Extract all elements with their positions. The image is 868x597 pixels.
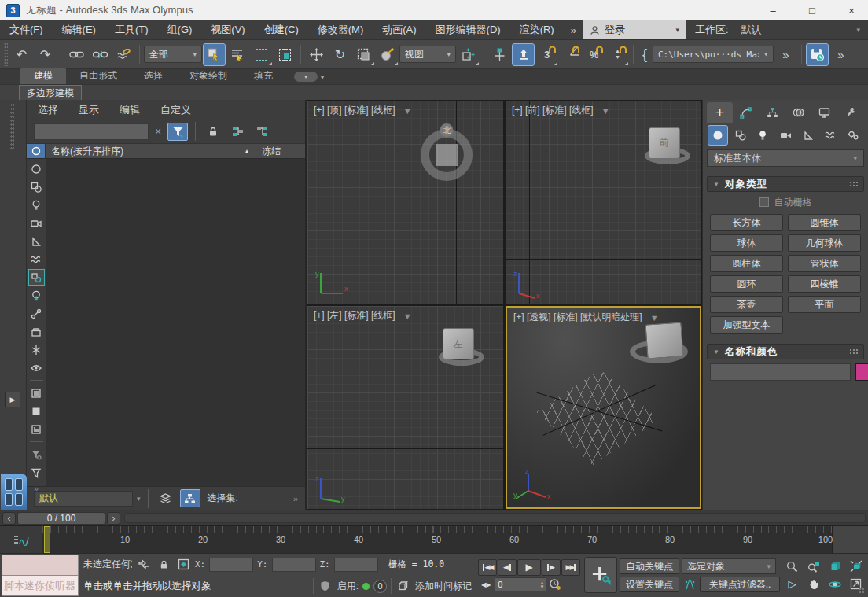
menu-group[interactable]: 组(G): [158, 20, 202, 39]
display-none-button[interactable]: [28, 160, 45, 177]
add-time-tag[interactable]: 添加时间标记: [415, 580, 472, 593]
toolbar-grip[interactable]: [4, 42, 8, 66]
key-filters-icon[interactable]: [682, 577, 697, 592]
viewport-left[interactable]: [+] [左] [标准] [线框]▼ 左 yz: [307, 306, 503, 509]
adaptive-degradation-shield-icon[interactable]: [318, 579, 333, 594]
textplus-button[interactable]: 加强型文本: [710, 316, 783, 334]
footer-overflow-icon[interactable]: »: [293, 494, 298, 503]
display-shapes-button[interactable]: [28, 179, 45, 195]
dock-grip[interactable]: [10, 103, 14, 150]
display-helpers-button[interactable]: [28, 233, 45, 249]
maxscript-mini-listener[interactable]: 脚本迷你侦听器: [0, 554, 79, 597]
snaps-toggle-button[interactable]: [512, 43, 535, 66]
viewport-top-label[interactable]: [+] [顶] [标准] [线框]▼: [314, 104, 412, 117]
viewcube[interactable]: [645, 322, 683, 359]
unlink-selection-button[interactable]: [89, 43, 112, 66]
hierarchy-view-button[interactable]: [180, 489, 200, 507]
x-coordinate-field[interactable]: [209, 558, 253, 572]
se-menu-edit[interactable]: 编辑: [120, 103, 150, 117]
swatch-view-button[interactable]: [28, 403, 45, 419]
window-crossing-toggle[interactable]: [274, 43, 296, 66]
previous-frame-button[interactable]: ‹: [2, 512, 16, 525]
ribbon-tab-freeform[interactable]: 自由形式: [66, 68, 131, 84]
autosave-button[interactable]: [806, 43, 829, 66]
close-button[interactable]: ×: [835, 0, 868, 20]
set-keys-button[interactable]: [584, 557, 617, 593]
auto-key-button[interactable]: 自动关键点: [620, 558, 679, 574]
redo-button[interactable]: ↷: [34, 43, 57, 66]
viewcube[interactable]: 前: [649, 127, 680, 159]
play-button[interactable]: ▶: [517, 559, 541, 576]
select-and-manipulate-button[interactable]: [488, 43, 511, 66]
viewport-top[interactable]: [+] [顶] [标准] [线框]▼ 北 xy: [307, 101, 503, 304]
maximize-button[interactable]: □: [796, 0, 829, 20]
viewcube-top-face[interactable]: [436, 144, 458, 166]
frozen-column-header[interactable]: 冻结: [256, 144, 305, 158]
expand-hierarchy-button[interactable]: [227, 123, 248, 141]
menu-modifiers[interactable]: 修改器(M): [308, 20, 373, 39]
per-view-filter-icon[interactable]: ▼: [403, 106, 412, 116]
angle-snap-toggle-button[interactable]: [559, 43, 582, 66]
select-and-link-button[interactable]: [65, 43, 88, 66]
display-all-button[interactable]: [28, 269, 45, 286]
selection-filter-dropdown[interactable]: 全部 ▾: [144, 46, 202, 63]
name-column-header[interactable]: 名称(按升序排序) ▲: [46, 144, 256, 158]
object-color-swatch[interactable]: [855, 363, 868, 381]
percent-snap-toggle-button[interactable]: %: [583, 43, 605, 66]
select-by-name-button[interactable]: [226, 43, 249, 66]
pan-view-button[interactable]: [804, 576, 823, 592]
select-and-move-button[interactable]: [305, 43, 328, 66]
ribbon-tab-object-paint[interactable]: 对象绘制: [176, 68, 241, 84]
select-object-button[interactable]: [203, 43, 226, 66]
per-view-filter-icon[interactable]: ▼: [601, 106, 610, 116]
filter-button[interactable]: [28, 464, 45, 481]
viewport-front[interactable]: [+] [前] [标准] [线框]▼ 前 xz: [506, 101, 701, 304]
selection-lock-icon[interactable]: [156, 557, 171, 572]
viewport-front-label[interactable]: [+] [前] [标准] [线框]▼: [512, 104, 610, 117]
current-frame-spinner[interactable]: 0 ▴▾: [495, 577, 546, 591]
resize-grip-icon[interactable]: [859, 588, 866, 595]
listener-macro-pane[interactable]: [2, 555, 79, 575]
time-slider-track[interactable]: [124, 513, 866, 523]
se-menu-select[interactable]: 选择: [38, 103, 68, 117]
undo-button[interactable]: ↶: [10, 43, 33, 66]
list-view-button[interactable]: [28, 385, 45, 401]
next-frame-button[interactable]: ▶: [542, 559, 561, 576]
workspace-dropdown[interactable]: 默认 ▾: [734, 20, 868, 39]
project-folder-dropdown[interactable]: C:\Users\po···ds Max 2024 ▾: [653, 46, 774, 63]
motion-tab[interactable]: [785, 102, 811, 123]
clear-search-icon[interactable]: ×: [153, 125, 164, 138]
spinner-arrows-icon[interactable]: ▴▾: [541, 580, 544, 588]
edit-named-selection-sets-button[interactable]: {: [638, 43, 652, 66]
display-tab[interactable]: [811, 102, 837, 123]
track-bar-ruler[interactable]: 0 10 20 30 40 50 60 70 80 90 100: [42, 526, 832, 553]
se-menu-display[interactable]: 显示: [79, 103, 109, 117]
object-category-dropdown[interactable]: 标准基本体 ▾: [707, 149, 864, 167]
object-name-field[interactable]: [710, 363, 851, 381]
ribbon-tab-populate[interactable]: 填充: [241, 68, 286, 84]
cone-button[interactable]: 圆锥体: [788, 214, 861, 231]
display-frozen-button[interactable]: [28, 341, 45, 358]
minimize-button[interactable]: –: [756, 0, 789, 20]
scene-search-input[interactable]: [34, 123, 149, 140]
degradation-level-button[interactable]: 0: [373, 580, 387, 593]
absolute-offset-toggle[interactable]: [175, 557, 191, 572]
plane-button[interactable]: 平面: [788, 296, 861, 313]
name-color-rollout-header[interactable]: ▼ 名称和颜色: [707, 344, 864, 359]
open-mini-curve-editor-button[interactable]: [0, 526, 42, 553]
utilities-tab[interactable]: [838, 102, 864, 123]
bind-to-space-warp-button[interactable]: [112, 43, 135, 66]
zoom-button[interactable]: [783, 558, 802, 575]
field-of-view-button[interactable]: ▷: [783, 576, 802, 592]
select-and-place-button[interactable]: [376, 43, 399, 66]
space-warps-category-button[interactable]: [821, 125, 841, 146]
hierarchy-tab[interactable]: [760, 102, 785, 123]
cylinder-button[interactable]: 圆柱体: [710, 255, 783, 272]
select-and-rotate-button[interactable]: ↻: [329, 43, 351, 66]
detail-view-button[interactable]: [28, 421, 45, 437]
orbit-button[interactable]: [826, 576, 844, 592]
menu-views[interactable]: 视图(V): [201, 20, 254, 39]
ribbon-tab-modeling[interactable]: 建模: [20, 68, 66, 84]
y-coordinate-field[interactable]: [272, 558, 316, 572]
display-hidden-button[interactable]: [28, 359, 45, 376]
